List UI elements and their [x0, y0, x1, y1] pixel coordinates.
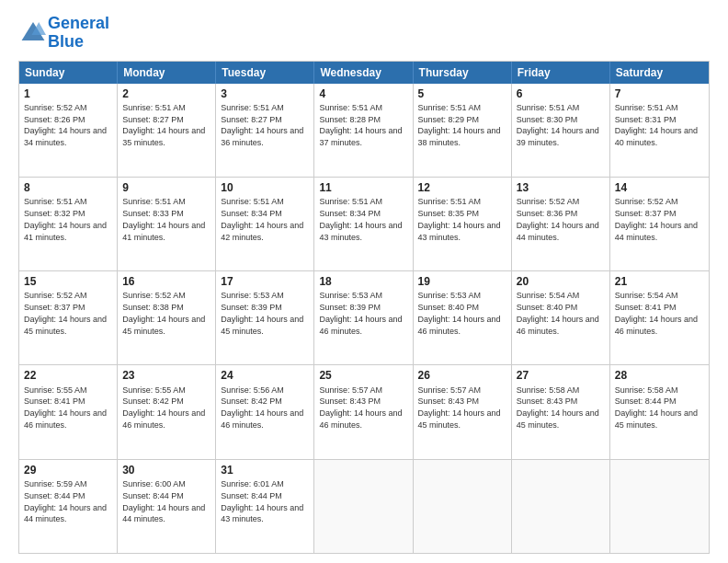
- calendar-cell: 6 Sunrise: 5:51 AMSunset: 8:30 PMDayligh…: [512, 84, 610, 177]
- calendar-cell: 24 Sunrise: 5:56 AMSunset: 8:42 PMDaylig…: [216, 365, 314, 458]
- day-number: 9: [122, 180, 210, 195]
- calendar-cell: 15 Sunrise: 5:52 AMSunset: 8:37 PMDaylig…: [19, 271, 118, 364]
- cell-text: Sunrise: 5:51 AMSunset: 8:35 PMDaylight:…: [418, 197, 501, 241]
- cell-text: Sunrise: 5:55 AMSunset: 8:42 PMDaylight:…: [122, 385, 205, 430]
- calendar-cell: 11 Sunrise: 5:51 AMSunset: 8:34 PMDaylig…: [314, 178, 413, 270]
- day-number: 24: [221, 368, 309, 383]
- calendar-cell-empty: [314, 460, 413, 553]
- day-number: 16: [122, 274, 210, 289]
- calendar-cell: 23 Sunrise: 5:55 AMSunset: 8:42 PMDaylig…: [118, 365, 216, 458]
- day-number: 29: [24, 463, 112, 477]
- calendar-cell: 17 Sunrise: 5:53 AMSunset: 8:39 PMDaylig…: [216, 271, 314, 364]
- calendar-cell: 5 Sunrise: 5:51 AMSunset: 8:29 PMDayligh…: [414, 84, 512, 177]
- cell-text: Sunrise: 6:01 AMSunset: 8:44 PMDaylight:…: [221, 479, 303, 523]
- calendar-cell: 19 Sunrise: 5:53 AMSunset: 8:40 PMDaylig…: [414, 271, 512, 364]
- logo-text-line1: General: [48, 15, 109, 33]
- day-number: 23: [122, 368, 210, 383]
- calendar-cell: 22 Sunrise: 5:55 AMSunset: 8:41 PMDaylig…: [19, 365, 118, 458]
- cell-text: Sunrise: 5:51 AMSunset: 8:34 PMDaylight:…: [319, 197, 402, 241]
- cell-text: Sunrise: 5:51 AMSunset: 8:29 PMDaylight:…: [418, 103, 501, 147]
- cell-text: Sunrise: 5:53 AMSunset: 8:39 PMDaylight:…: [319, 291, 402, 335]
- calendar-cell: 12 Sunrise: 5:51 AMSunset: 8:35 PMDaylig…: [414, 178, 512, 270]
- calendar-cell: 13 Sunrise: 5:52 AMSunset: 8:36 PMDaylig…: [512, 178, 610, 270]
- calendar-cell: 10 Sunrise: 5:51 AMSunset: 8:34 PMDaylig…: [216, 178, 314, 270]
- calendar-header-day: Tuesday: [216, 62, 314, 84]
- calendar-cell: 21 Sunrise: 5:54 AMSunset: 8:41 PMDaylig…: [610, 271, 709, 364]
- day-number: 12: [418, 180, 506, 195]
- calendar-cell: 3 Sunrise: 5:51 AMSunset: 8:27 PMDayligh…: [216, 84, 314, 177]
- calendar-header-day: Wednesday: [314, 62, 413, 84]
- calendar-header-day: Friday: [512, 62, 610, 84]
- day-number: 31: [221, 463, 309, 477]
- calendar-cell: 30 Sunrise: 6:00 AMSunset: 8:44 PMDaylig…: [118, 460, 216, 553]
- calendar-cell: 28 Sunrise: 5:58 AMSunset: 8:44 PMDaylig…: [610, 365, 709, 458]
- day-number: 20: [517, 274, 605, 289]
- cell-text: Sunrise: 5:52 AMSunset: 8:37 PMDaylight:…: [615, 197, 698, 241]
- day-number: 17: [221, 274, 309, 289]
- logo-text-line2: Blue: [48, 33, 109, 52]
- cell-text: Sunrise: 5:52 AMSunset: 8:26 PMDaylight:…: [24, 103, 107, 147]
- calendar-cell: 9 Sunrise: 5:51 AMSunset: 8:33 PMDayligh…: [118, 178, 216, 270]
- day-number: 4: [319, 86, 407, 101]
- cell-text: Sunrise: 5:53 AMSunset: 8:39 PMDaylight:…: [221, 291, 303, 335]
- calendar-cell: 2 Sunrise: 5:51 AMSunset: 8:27 PMDayligh…: [118, 84, 216, 177]
- calendar-row: 29 Sunrise: 5:59 AMSunset: 8:44 PMDaylig…: [19, 459, 709, 553]
- calendar: SundayMondayTuesdayWednesdayThursdayFrid…: [18, 61, 710, 554]
- calendar-cell: 1 Sunrise: 5:52 AMSunset: 8:26 PMDayligh…: [19, 84, 118, 177]
- day-number: 18: [319, 274, 407, 289]
- day-number: 13: [517, 180, 605, 195]
- day-number: 22: [24, 368, 112, 383]
- day-number: 28: [615, 368, 704, 383]
- cell-text: Sunrise: 5:56 AMSunset: 8:42 PMDaylight:…: [221, 385, 303, 430]
- cell-text: Sunrise: 5:51 AMSunset: 8:30 PMDaylight:…: [517, 103, 599, 147]
- cell-text: Sunrise: 5:59 AMSunset: 8:44 PMDaylight:…: [24, 479, 107, 523]
- calendar-cell: 7 Sunrise: 5:51 AMSunset: 8:31 PMDayligh…: [610, 84, 709, 177]
- calendar-header-day: Monday: [118, 62, 216, 84]
- logo-icon: [20, 20, 46, 42]
- day-number: 2: [122, 86, 210, 101]
- page: General Blue SundayMondayTuesdayWednesda…: [0, 0, 728, 563]
- cell-text: Sunrise: 5:54 AMSunset: 8:40 PMDaylight:…: [517, 291, 599, 335]
- calendar-row: 1 Sunrise: 5:52 AMSunset: 8:26 PMDayligh…: [19, 84, 709, 177]
- day-number: 6: [517, 86, 605, 101]
- calendar-header-day: Saturday: [610, 62, 709, 84]
- cell-text: Sunrise: 5:58 AMSunset: 8:43 PMDaylight:…: [517, 385, 599, 430]
- cell-text: Sunrise: 5:57 AMSunset: 8:43 PMDaylight:…: [418, 385, 501, 430]
- day-number: 1: [24, 86, 112, 101]
- day-number: 14: [615, 180, 704, 195]
- day-number: 8: [24, 180, 112, 195]
- cell-text: Sunrise: 5:52 AMSunset: 8:37 PMDaylight:…: [24, 291, 107, 335]
- day-number: 19: [418, 274, 506, 289]
- header: General Blue: [18, 15, 710, 52]
- day-number: 11: [319, 180, 407, 195]
- day-number: 25: [319, 368, 407, 383]
- cell-text: Sunrise: 5:52 AMSunset: 8:38 PMDaylight:…: [122, 291, 205, 335]
- cell-text: Sunrise: 5:51 AMSunset: 8:31 PMDaylight:…: [615, 103, 698, 147]
- cell-text: Sunrise: 5:53 AMSunset: 8:40 PMDaylight:…: [418, 291, 501, 335]
- cell-text: Sunrise: 5:51 AMSunset: 8:33 PMDaylight:…: [122, 197, 205, 241]
- calendar-cell: 27 Sunrise: 5:58 AMSunset: 8:43 PMDaylig…: [512, 365, 610, 458]
- day-number: 26: [418, 368, 506, 383]
- calendar-header: SundayMondayTuesdayWednesdayThursdayFrid…: [19, 62, 709, 84]
- day-number: 7: [615, 86, 704, 101]
- calendar-cell: 16 Sunrise: 5:52 AMSunset: 8:38 PMDaylig…: [118, 271, 216, 364]
- calendar-cell: 25 Sunrise: 5:57 AMSunset: 8:43 PMDaylig…: [314, 365, 413, 458]
- day-number: 3: [221, 86, 309, 101]
- calendar-body: 1 Sunrise: 5:52 AMSunset: 8:26 PMDayligh…: [19, 84, 709, 553]
- calendar-row: 15 Sunrise: 5:52 AMSunset: 8:37 PMDaylig…: [19, 270, 709, 364]
- calendar-cell-empty: [414, 460, 512, 553]
- day-number: 10: [221, 180, 309, 195]
- calendar-cell-empty: [610, 460, 709, 553]
- day-number: 30: [122, 463, 210, 477]
- calendar-row: 8 Sunrise: 5:51 AMSunset: 8:32 PMDayligh…: [19, 177, 709, 270]
- day-number: 5: [418, 86, 506, 101]
- cell-text: Sunrise: 5:51 AMSunset: 8:27 PMDaylight:…: [122, 103, 205, 147]
- cell-text: Sunrise: 5:51 AMSunset: 8:27 PMDaylight:…: [221, 103, 303, 147]
- cell-text: Sunrise: 5:52 AMSunset: 8:36 PMDaylight:…: [517, 197, 599, 241]
- cell-text: Sunrise: 5:55 AMSunset: 8:41 PMDaylight:…: [24, 385, 107, 430]
- day-number: 15: [24, 274, 112, 289]
- cell-text: Sunrise: 5:58 AMSunset: 8:44 PMDaylight:…: [615, 385, 698, 430]
- calendar-cell: 14 Sunrise: 5:52 AMSunset: 8:37 PMDaylig…: [610, 178, 709, 270]
- logo: General Blue: [18, 15, 109, 52]
- cell-text: Sunrise: 5:51 AMSunset: 8:32 PMDaylight:…: [24, 197, 107, 241]
